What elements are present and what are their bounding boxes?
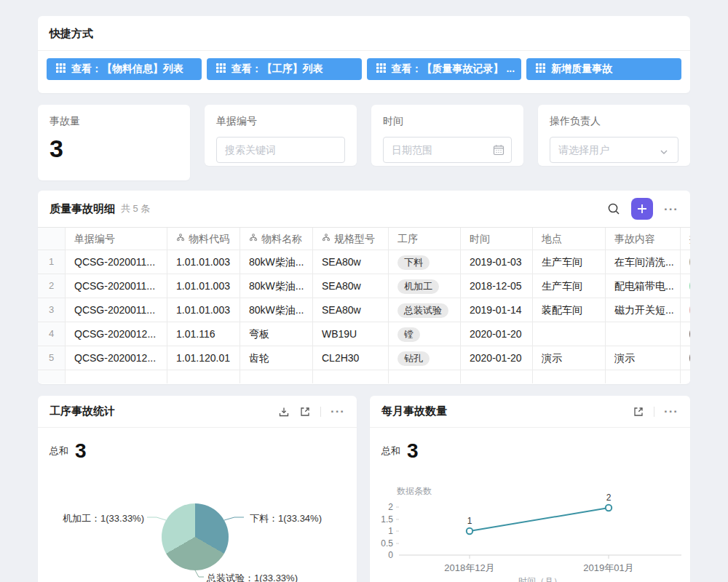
open-fullscreen-icon[interactable]: [299, 406, 311, 418]
view-material-list-button[interactable]: 查看：【物料信息】列表: [47, 58, 202, 80]
cell-mat-name: 80kW柴油...: [240, 250, 313, 274]
cell-operator: [681, 298, 690, 322]
doc-no-filter-card: 单据编号: [205, 105, 357, 166]
cell-place: 装配车间: [533, 298, 606, 322]
button-label: 查看：【质量事故记录】 ...: [392, 63, 515, 76]
pie-card-title: 工序事故统计: [50, 404, 115, 418]
time-filter-card: 时间: [371, 105, 523, 166]
avatar: [689, 253, 690, 271]
cell-mat-code: 1.01.116: [167, 322, 240, 346]
row-number: 4: [38, 322, 66, 346]
grid-icon: [376, 63, 386, 75]
table-record-count: 共 5 条: [121, 202, 150, 215]
cell-spec: WB19U: [313, 322, 389, 346]
cell-time: 2020-01-20: [461, 322, 533, 346]
pie-chart[interactable]: [162, 503, 229, 570]
cell-doc-no: QCSG-2020011...: [66, 298, 167, 322]
cell-content: 配电箱带电...: [606, 274, 681, 298]
open-fullscreen-icon[interactable]: [633, 406, 644, 418]
col-header-spec[interactable]: 规格型号: [313, 228, 389, 250]
cell-content: 在车间清洗...: [606, 250, 681, 274]
grid-icon: [56, 63, 66, 75]
svg-text:时间（月）: 时间（月）: [518, 576, 562, 582]
cell-place: [533, 322, 606, 346]
operator-filter-label: 操作负责人: [550, 115, 678, 128]
cell-time: 2019-01-03: [461, 250, 533, 274]
shortcuts-button-row: 查看：【物料信息】列表 查看：【工序】列表 查看：【质量事故记录】 ... 新增…: [38, 51, 690, 80]
total-label: 总和: [381, 445, 400, 458]
more-options-icon[interactable]: ···: [331, 405, 345, 418]
cell-process: 下料: [389, 250, 461, 274]
avatar: [689, 325, 690, 343]
relation-icon: [322, 228, 331, 250]
svg-text:1.5: 1.5: [381, 514, 393, 525]
cell-mat-code: 1.01.120.01: [167, 346, 240, 370]
col-header-process[interactable]: 工序: [389, 228, 461, 250]
table-row[interactable]: 2 QCSG-2020011... 1.01.01.003 80kW柴油... …: [38, 274, 690, 298]
svg-text:2018年12月: 2018年12月: [444, 562, 494, 573]
cell-doc-no: QCSG-2020011...: [66, 274, 167, 298]
row-number: 2: [38, 274, 66, 298]
shortcuts-card: 快捷方式 查看：【物料信息】列表 查看：【工序】列表 查看：【质量事故记录】 .…: [38, 16, 690, 93]
total-label: 总和: [50, 445, 68, 458]
download-icon[interactable]: [278, 406, 290, 418]
col-header-operator[interactable]: 操作负责人: [681, 228, 690, 250]
accident-count-card: 事故量 3: [38, 105, 190, 180]
more-options-icon[interactable]: ···: [664, 203, 678, 215]
cell-place: 演示: [533, 346, 606, 370]
cell-mat-code: 1.01.01.003: [167, 250, 240, 274]
col-header-doc-no[interactable]: 单据编号: [66, 228, 167, 250]
row-number-header: [38, 228, 66, 250]
cell-content: 演示: [606, 346, 681, 370]
col-header-mat-name[interactable]: 物料名称: [240, 228, 313, 250]
cell-process: 机加工: [389, 274, 461, 298]
doc-no-search-input[interactable]: [216, 137, 345, 163]
search-icon[interactable]: [607, 202, 620, 215]
quality-accident-table-card: 质量事故明细 共 5 条 ··· 单据编号 物料代码 物料名称 规格型号 工序 …: [38, 191, 690, 384]
col-header-mat-code[interactable]: 物料代码: [167, 228, 240, 250]
svg-text:0.5: 0.5: [381, 538, 393, 549]
col-header-time[interactable]: 时间: [461, 228, 533, 250]
svg-text:2019年01月: 2019年01月: [583, 562, 633, 573]
view-process-list-button[interactable]: 查看：【工序】列表: [207, 58, 362, 80]
col-header-content[interactable]: 事故内容: [606, 228, 681, 250]
add-record-button[interactable]: [631, 198, 653, 220]
table-row[interactable]: 1 QCSG-2020011... 1.01.01.003 80kW柴油... …: [38, 250, 690, 274]
more-options-icon[interactable]: ···: [664, 405, 678, 418]
calendar-icon[interactable]: [493, 144, 505, 156]
cell-mat-name: 弯板: [240, 322, 313, 346]
table-row[interactable]: 5 QCSG-2020012... 1.01.120.01 齿轮 CL2H30 …: [38, 346, 690, 370]
cell-spec: SEA80w: [313, 274, 389, 298]
table-row[interactable]: 4 QCSG-2020012... 1.01.116 弯板 WB19U 镗 20…: [38, 322, 690, 346]
table-row[interactable]: 3 QCSG-2020011... 1.01.01.003 80kW柴油... …: [38, 298, 690, 322]
col-header-place[interactable]: 地点: [533, 228, 606, 250]
svg-text:2: 2: [606, 493, 612, 503]
total-value: 3: [75, 439, 87, 463]
cell-place: 生产车间: [533, 274, 606, 298]
cell-spec: SEA80w: [313, 298, 389, 322]
cell-operator: [681, 274, 690, 298]
button-label: 查看：【工序】列表: [232, 63, 323, 76]
cell-process: 镗: [389, 322, 461, 346]
process-tag: 下料: [397, 255, 430, 270]
table-title: 质量事故明细: [50, 202, 115, 216]
cell-time: 2020-01-20: [461, 346, 533, 370]
add-quality-accident-button[interactable]: 新增质量事故: [526, 58, 681, 80]
avatar: [689, 349, 690, 367]
divider: [654, 407, 654, 417]
row-number: 1: [38, 250, 66, 274]
button-label: 新增质量事故: [551, 63, 612, 76]
cell-content: [606, 322, 681, 346]
cell-spec: CL2H30: [313, 346, 389, 370]
view-quality-accident-record-button[interactable]: 查看：【质量事故记录】 ...: [367, 58, 522, 80]
pie-label-cutting: 下料：1(33.34%): [250, 512, 322, 525]
svg-text:1: 1: [467, 516, 472, 526]
cell-time: 2018-12-05: [461, 274, 533, 298]
cell-operator: [681, 250, 690, 274]
cell-mat-code: 1.01.01.003: [167, 298, 240, 322]
line-card-title: 每月事故数量: [381, 404, 447, 418]
chevron-down-icon[interactable]: [660, 146, 671, 158]
table-scroll-area[interactable]: 单据编号 物料代码 物料名称 规格型号 工序 时间 地点 事故内容 操作负责人 …: [38, 227, 690, 384]
cell-place: 生产车间: [533, 250, 606, 274]
process-accident-stats-card: 工序事故统计 ··· 总和 3 机加工：1(33.33%) 下料：1(33.34…: [38, 396, 357, 582]
